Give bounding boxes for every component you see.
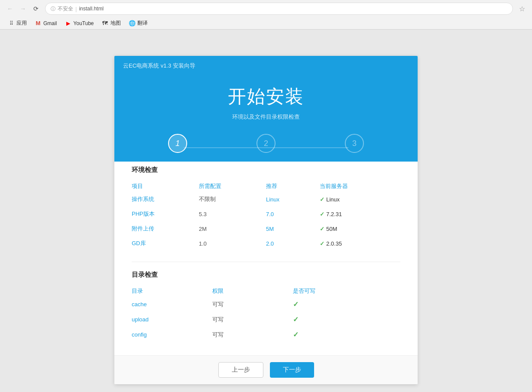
wizard-hero: 开始安装 环境以及文件目录权限检查 [114,76,418,121]
bookmark-maps[interactable]: 🗺 地图 [98,18,124,28]
wizard-container: 云EC电商系统 v1.3 安装向导 开始安装 环境以及文件目录权限检查 1 2 [114,56,418,384]
bookmark-youtube[interactable]: ▶ YouTube [61,19,97,28]
env-item-0: 操作系统 [132,192,199,207]
bookmark-apps-label: 应用 [16,19,27,27]
env-table-row: 操作系统 不限制 Linux ✓Linux [132,192,400,207]
wizard-hero-subtitle: 环境以及文件目录权限检查 [123,113,409,121]
bookmark-apps[interactable]: ⠿ 应用 [4,18,30,28]
env-check-table: 项目 所需配置 推荐 当前服务器 操作系统 不限制 Linux ✓Linux P… [132,181,400,251]
apps-icon: ⠿ [8,20,15,27]
steps-bar: 1 2 3 [114,134,418,162]
env-recommend-0: Linux [266,192,320,207]
env-current-0: ✓Linux [320,192,400,207]
dir-section-title: 目录检查 [132,271,400,279]
browser-chrome: ← → ⟳ ⓘ 不安全 | install.html ☆ ⠿ 应用 M Gmai… [0,0,532,30]
env-section-title: 环境检查 [132,166,400,174]
dir-perm-0: 可写 [212,297,293,312]
bookmark-star-button[interactable]: ☆ [516,3,528,14]
step-3: 3 [345,134,364,153]
translate-icon: 🌐 [129,20,136,27]
env-recommend-1: 7.0 [266,207,320,221]
forward-button[interactable]: → [17,3,29,14]
env-header-required: 所需配置 [199,181,266,192]
env-table-row: PHP版本 5.3 7.0 ✓7.2.31 [132,207,400,221]
env-recommend-2: 5M [266,221,320,236]
env-table-row: GD库 1.0 2.0 ✓2.0.35 [132,236,400,251]
dir-table-row: config 可写 ✓ [132,327,400,342]
dir-writable-2: ✓ [293,327,400,342]
wizard-title-bar: 云EC电商系统 v1.3 安装向导 [114,56,418,76]
dir-table-row: upload 可写 ✓ [132,312,400,327]
dir-writable-0: ✓ [293,297,400,312]
wizard-body: 环境检查 项目 所需配置 推荐 当前服务器 操作系统 不限制 Linux ✓Li… [114,153,418,355]
bookmark-gmail[interactable]: M Gmail [31,19,60,28]
wizard-title: 云EC电商系统 v1.3 安装向导 [123,62,195,69]
address-bar[interactable]: ⓘ 不安全 | install.html [45,3,513,15]
next-button[interactable]: 下一步 [270,362,314,378]
bookmark-youtube-label: YouTube [73,20,94,26]
dir-header-perm: 权限 [212,285,293,297]
step-1-number: 1 [175,139,180,148]
wizard-hero-title: 开始安装 [123,84,409,109]
bookmark-translate[interactable]: 🌐 翻译 [125,18,151,28]
gmail-icon: M [35,20,42,27]
env-header-current: 当前服务器 [320,181,400,192]
dir-table-header-row: 目录 权限 是否可写 [132,285,400,297]
nav-buttons: ← → ⟳ [4,3,42,14]
dir-writable-1: ✓ [293,312,400,327]
address-url: install.html [79,6,104,12]
env-item-3: GD库 [132,236,199,251]
dir-name-2: config [132,327,212,342]
back-button[interactable]: ← [4,3,16,14]
wizard-footer: 上一步 下一步 [114,355,418,384]
dir-check-table: 目录 权限 是否可写 cache 可写 ✓ upload 可写 ✓ config… [132,285,400,342]
section-divider [132,262,400,262]
env-recommend-3: 2.0 [266,236,320,251]
bookmarks-bar: ⠿ 应用 M Gmail ▶ YouTube 🗺 地图 🌐 翻译 [0,17,532,29]
dir-perm-2: 可写 [212,327,293,342]
steps-inner: 1 2 3 [168,134,364,162]
browser-toolbar: ← → ⟳ ⓘ 不安全 | install.html ☆ [0,0,532,17]
step-3-number: 3 [352,139,357,148]
env-current-1: ✓7.2.31 [320,207,400,221]
wizard-header: 云EC电商系统 v1.3 安装向导 开始安装 环境以及文件目录权限检查 1 2 [114,56,418,162]
bookmark-translate-label: 翻译 [137,19,148,27]
env-table-row: 附件上传 2M 5M ✓50M [132,221,400,236]
env-item-2: 附件上传 [132,221,199,236]
dir-header-dir: 目录 [132,285,212,297]
env-required-0: 不限制 [199,192,266,207]
dir-name-0: cache [132,297,212,312]
env-required-1: 5.3 [199,207,266,221]
page-content: 云EC电商系统 v1.3 安装向导 开始安装 环境以及文件目录权限检查 1 2 [0,30,532,392]
dir-header-writable: 是否可写 [293,285,400,297]
step-2-number: 2 [264,139,268,148]
env-table-header-row: 项目 所需配置 推荐 当前服务器 [132,181,400,192]
insecure-icon: ⓘ [51,6,55,12]
step-1: 1 [168,134,187,153]
env-required-2: 2M [199,221,266,236]
env-required-3: 1.0 [199,236,266,251]
env-item-1: PHP版本 [132,207,199,221]
env-header-recommend: 推荐 [266,181,320,192]
env-current-3: ✓2.0.35 [320,236,400,251]
refresh-button[interactable]: ⟳ [30,3,42,14]
step-2: 2 [256,134,276,153]
maps-icon: 🗺 [102,20,109,27]
dir-table-row: cache 可写 ✓ [132,297,400,312]
bookmark-gmail-label: Gmail [43,20,57,26]
insecure-label: 不安全 [58,5,73,13]
dir-perm-1: 可写 [212,312,293,327]
env-header-item: 项目 [132,181,199,192]
bookmark-maps-label: 地图 [110,19,121,27]
youtube-icon: ▶ [65,20,71,27]
address-separator: | [75,6,77,12]
dir-name-1: upload [132,312,212,327]
prev-button[interactable]: 上一步 [218,362,263,378]
env-current-2: ✓50M [320,221,400,236]
